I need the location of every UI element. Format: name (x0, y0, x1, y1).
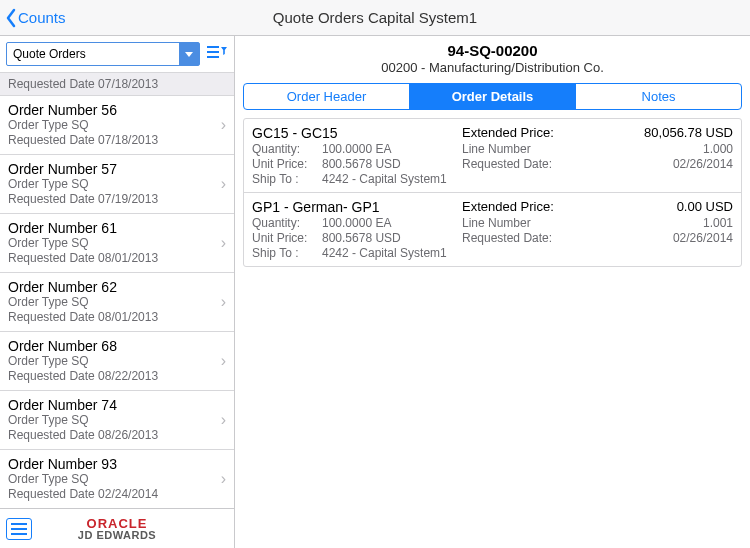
chevron-right-icon: › (221, 470, 226, 488)
order-list-row[interactable]: Order Number 62Order Type SQRequested Da… (0, 273, 234, 332)
detail-subtitle: 00200 - Manufacturing/Distribution Co. (243, 60, 742, 75)
ext-price-label: Extended Price: (462, 125, 572, 141)
ship-label: Ship To : (252, 246, 322, 260)
tab-order-details[interactable]: Order Details (409, 84, 575, 109)
ship-label: Ship To : (252, 172, 322, 186)
order-title: Order Number 74 (8, 397, 226, 413)
order-list: Order Number 56Order Type SQRequested Da… (0, 96, 234, 508)
line-title: GP1 - German- GP1 (252, 199, 462, 215)
order-title: Order Number 68 (8, 338, 226, 354)
brand-logo: ORACLE JD EDWARDS (42, 517, 192, 541)
order-type: Order Type SQ (8, 295, 226, 310)
order-date: Requested Date 07/18/2013 (8, 133, 226, 148)
order-list-row[interactable]: Order Number 68Order Type SQRequested Da… (0, 332, 234, 391)
chevron-right-icon: › (221, 116, 226, 134)
ext-price-value: 0.00 USD (572, 199, 733, 215)
detail-line: GC15 - GC15Extended Price:80,056.78 USDQ… (244, 119, 741, 192)
chevron-down-icon (179, 43, 199, 65)
svg-rect-0 (207, 46, 219, 48)
order-date: Requested Date 02/24/2014 (8, 487, 226, 502)
detail-lines: GC15 - GC15Extended Price:80,056.78 USDQ… (243, 118, 742, 267)
back-button[interactable]: Counts (0, 8, 66, 28)
ship-value: 4242 - Capital System1 (322, 172, 733, 186)
order-list-row[interactable]: Order Number 61Order Type SQRequested Da… (0, 214, 234, 273)
menu-button[interactable] (6, 518, 32, 540)
page-title: Quote Orders Capital System1 (0, 9, 750, 26)
ext-price-value: 80,056.78 USD (572, 125, 733, 141)
req-date-label: Requested Date: (462, 231, 572, 245)
order-date: Requested Date 08/26/2013 (8, 428, 226, 443)
ext-price-label: Extended Price: (462, 199, 572, 215)
detail-id: 94-SQ-00200 (243, 42, 742, 59)
order-type: Order Type SQ (8, 236, 226, 251)
qty-value: 100.0000 EA (322, 142, 462, 156)
qty-label: Quantity: (252, 142, 322, 156)
order-title: Order Number 56 (8, 102, 226, 118)
order-date: Requested Date 07/19/2013 (8, 192, 226, 207)
unit-value: 800.5678 USD (322, 157, 462, 171)
ship-value: 4242 - Capital System1 (322, 246, 733, 260)
order-type: Order Type SQ (8, 413, 226, 428)
line-num-label: Line Number (462, 216, 572, 230)
order-list-row[interactable]: Order Number 56Order Type SQRequested Da… (0, 96, 234, 155)
svg-rect-1 (207, 51, 219, 53)
chevron-right-icon: › (221, 352, 226, 370)
select-value: Quote Orders (13, 47, 86, 61)
brand-oracle: ORACLE (42, 517, 192, 530)
order-type: Order Type SQ (8, 177, 226, 192)
req-date-value: 02/26/2014 (572, 157, 733, 171)
order-title: Order Number 61 (8, 220, 226, 236)
line-num-value: 1.001 (572, 216, 733, 230)
order-type: Order Type SQ (8, 472, 226, 487)
chevron-right-icon: › (221, 411, 226, 429)
line-num-value: 1.000 (572, 142, 733, 156)
req-date-value: 02/26/2014 (572, 231, 733, 245)
sidebar: Quote Orders Requested Date 07/18/2013 O… (0, 36, 235, 548)
line-num-label: Line Number (462, 142, 572, 156)
filter-icon[interactable] (206, 43, 228, 65)
order-list-row[interactable]: Order Number 57Order Type SQRequested Da… (0, 155, 234, 214)
order-list-row[interactable]: Order Number 74Order Type SQRequested Da… (0, 391, 234, 450)
list-group-header: Requested Date 07/18/2013 (0, 72, 234, 96)
detail-line: GP1 - German- GP1Extended Price:0.00 USD… (244, 192, 741, 266)
chevron-left-icon (4, 8, 18, 28)
chevron-right-icon: › (221, 234, 226, 252)
order-type: Order Type SQ (8, 354, 226, 369)
brand-jde: JD EDWARDS (42, 530, 192, 541)
req-date-label: Requested Date: (462, 157, 572, 171)
order-date: Requested Date 08/01/2013 (8, 251, 226, 266)
detail-pane: 94-SQ-00200 00200 - Manufacturing/Distri… (235, 36, 750, 548)
chevron-right-icon: › (221, 293, 226, 311)
unit-label: Unit Price: (252, 231, 322, 245)
order-type-select[interactable]: Quote Orders (6, 42, 200, 66)
back-label: Counts (18, 9, 66, 26)
tab-order-header[interactable]: Order Header (244, 84, 409, 109)
line-title: GC15 - GC15 (252, 125, 462, 141)
unit-label: Unit Price: (252, 157, 322, 171)
qty-value: 100.0000 EA (322, 216, 462, 230)
segmented-control: Order Header Order Details Notes (243, 83, 742, 110)
order-date: Requested Date 08/22/2013 (8, 369, 226, 384)
qty-label: Quantity: (252, 216, 322, 230)
top-bar: Counts Quote Orders Capital System1 (0, 0, 750, 36)
svg-rect-2 (207, 56, 219, 58)
filter-row: Quote Orders (0, 36, 234, 72)
tab-notes[interactable]: Notes (575, 84, 741, 109)
order-title: Order Number 57 (8, 161, 226, 177)
order-date: Requested Date 08/01/2013 (8, 310, 226, 325)
order-title: Order Number 93 (8, 456, 226, 472)
unit-value: 800.5678 USD (322, 231, 462, 245)
order-title: Order Number 62 (8, 279, 226, 295)
sidebar-footer: ORACLE JD EDWARDS (0, 508, 234, 548)
chevron-right-icon: › (221, 175, 226, 193)
order-type: Order Type SQ (8, 118, 226, 133)
order-list-row[interactable]: Order Number 93Order Type SQRequested Da… (0, 450, 234, 508)
